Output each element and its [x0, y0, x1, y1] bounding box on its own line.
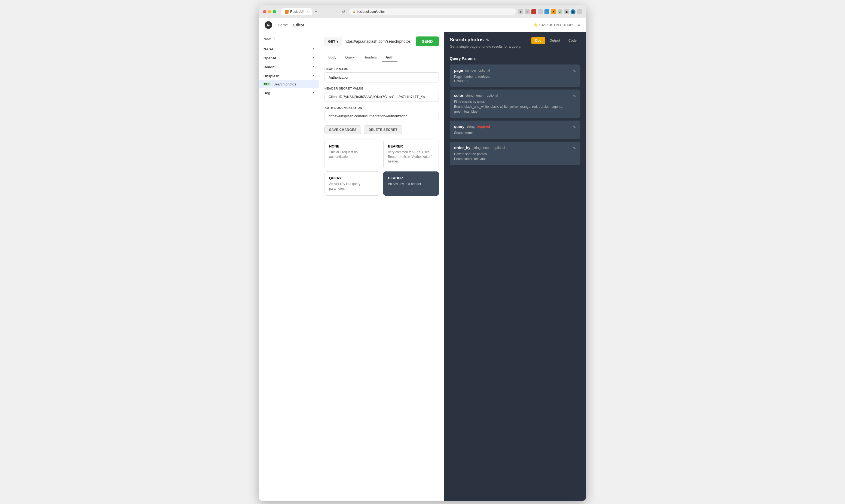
tab-body[interactable]: Body [324, 53, 340, 62]
panel-tabs: Doc Output Code [532, 37, 580, 44]
sidebar-item-search-photos[interactable]: GET Search photos [259, 80, 319, 88]
tab-close-button[interactable]: ✕ [306, 10, 309, 14]
request-tabs: Body Query Headers Auth [319, 51, 444, 62]
share-icon[interactable]: ⬆ [518, 9, 523, 14]
method-label: GET [328, 39, 336, 43]
url-bar-area: GET ▾ SEND [319, 32, 444, 51]
sidebar-section-unsplash-header[interactable]: Unsplash ∧ [259, 72, 319, 80]
auth-type-none[interactable]: NONE This API request no authentication. [324, 140, 380, 168]
form-actions: SAVE CHANGES DELETE SECRET [324, 125, 439, 134]
delete-secret-button[interactable]: DELETE SECRET [364, 125, 402, 134]
extensions-icon[interactable]: 🧩 [558, 9, 562, 14]
header-secret-input[interactable] [324, 92, 439, 102]
browser-controls: ← → ↺ 🔒 recipeui.com/editor ⬆ ☆ ✦ 🧩 ▣ S … [324, 8, 582, 15]
send-button[interactable]: SEND [416, 36, 439, 46]
panel-tab-code[interactable]: Code [564, 37, 580, 44]
sidebar-section-reddit-header[interactable]: Reddit ∧ [259, 63, 319, 71]
param-page-edit-icon[interactable]: ✎ [573, 69, 576, 73]
param-order-by-desc: How to sort the photos. [454, 151, 570, 157]
extension-2-icon[interactable] [538, 9, 543, 14]
panel-tab-output[interactable]: Output [546, 37, 564, 44]
right-panel: Search photos ✎ Get a single page of pho… [444, 32, 586, 501]
param-query-type: string [467, 125, 474, 128]
forward-button[interactable]: → [332, 9, 339, 14]
auth-doc-input[interactable] [324, 111, 439, 121]
sidebar-new-item[interactable]: New ⓘ [259, 35, 319, 43]
auth-type-bearer[interactable]: BEARER Very common for APIs. Uses Bearer… [383, 140, 439, 168]
extension-4-icon[interactable]: ✦ [551, 9, 556, 14]
info-icon: ⓘ [272, 37, 275, 41]
profile-icon[interactable]: S [571, 9, 575, 14]
edit-title-icon[interactable]: ✎ [486, 38, 489, 42]
nav-home[interactable]: Home [278, 23, 288, 27]
save-changes-button[interactable]: SAVE CHANGES [324, 125, 361, 134]
auth-type-query[interactable]: QUERY An API key in a query parameter. [324, 172, 380, 196]
address-bar[interactable]: 🔒 recipeui.com/editor [348, 8, 516, 15]
param-query-desc: Search terms. [454, 130, 570, 135]
param-query-name: query [454, 124, 464, 129]
param-order-by-edit-icon[interactable]: ✎ [573, 146, 576, 150]
sidebar-section-dog-header[interactable]: Dog ∧ [259, 89, 319, 97]
param-color-edit-icon[interactable]: ✎ [573, 94, 576, 98]
app-body: New ⓘ NASA ∧ OpenAI ∧ Reddit ∧ [259, 32, 586, 501]
minimize-window-button[interactable] [268, 10, 271, 13]
auth-type-header[interactable]: HEADER An API key in a header. [383, 172, 439, 196]
logo-icon: ☯ [265, 21, 272, 29]
bookmark-icon[interactable]: ☆ [525, 9, 530, 14]
sidebar-section-openai-header[interactable]: OpenAI ∧ [259, 54, 319, 62]
header-name-input[interactable] [324, 72, 439, 83]
sidebar-toggle-icon[interactable]: ▣ [564, 9, 569, 14]
param-query-info: query string required Search terms. [454, 124, 570, 135]
auth-bearer-desc: Very common for APIs. Uses Bearer prefix… [388, 150, 434, 164]
param-color-desc: Filter results by color. [454, 99, 570, 104]
method-select[interactable]: GET ▾ [324, 37, 342, 46]
tab-title: RecipeUI [290, 10, 304, 14]
param-query-qualifier: required [477, 125, 490, 128]
browser-tab[interactable]: R RecipeUI ✕ [282, 8, 312, 15]
auth-query-title: QUERY [329, 176, 375, 180]
tab-query[interactable]: Query [341, 53, 359, 62]
browser-actions: ⬆ ☆ ✦ 🧩 ▣ S ⋮ [518, 9, 582, 14]
panel-title-text: Search photos [450, 37, 484, 43]
param-page-qualifier: optional [478, 69, 490, 72]
nav-editor[interactable]: Editor [293, 23, 304, 27]
param-page-name: page [454, 68, 463, 73]
header-name-label: HEADER NAME [324, 68, 439, 71]
param-page-name-row: page number optional [454, 68, 570, 73]
tab-auth[interactable]: Auth [382, 53, 397, 62]
star-github-button[interactable]: ⭐ STAR US ON GITHUB! [534, 23, 573, 27]
param-color-name: color [454, 93, 463, 98]
auth-header-desc: An API key in a header. [388, 182, 434, 186]
close-window-button[interactable] [263, 10, 266, 13]
panel-subtitle: Get a single page of photo results for a… [450, 44, 532, 49]
param-page-type: number [465, 69, 477, 72]
reload-button[interactable]: ↺ [341, 9, 346, 14]
new-tab-button[interactable]: + [313, 9, 319, 15]
extension-1-icon[interactable] [532, 9, 536, 14]
auth-header-title: HEADER [388, 176, 434, 180]
more-options-icon[interactable]: ⋮ [577, 9, 582, 14]
star-github-label: STAR US ON GITHUB! [539, 23, 573, 27]
panel-tab-doc[interactable]: Doc [532, 37, 545, 44]
param-order-by-qualifier: optional [493, 146, 505, 150]
param-order-by-info: order_by string | enum optional How to s… [454, 146, 570, 161]
sidebar-unsplash-label: Unsplash [264, 74, 280, 78]
main-content: GET ▾ SEND Body Query Headers Auth HEADE… [319, 32, 444, 501]
query-params-title: Query Params [450, 56, 580, 61]
back-button[interactable]: ← [324, 9, 330, 14]
sidebar-nasa-label: NASA [264, 47, 274, 51]
param-color: color string | enum optional Filter resu… [450, 90, 580, 118]
extension-3-icon[interactable] [544, 9, 550, 14]
panel-title: Search photos ✎ [450, 37, 532, 43]
sidebar: New ⓘ NASA ∧ OpenAI ∧ Reddit ∧ [259, 32, 319, 501]
app-nav: Home Editor [278, 23, 304, 27]
sidebar-item-label: Search photos [273, 82, 296, 86]
param-query-edit-icon[interactable]: ✎ [573, 125, 576, 129]
browser-titlebar: R RecipeUI ✕ + ← → ↺ 🔒 recipeui.com/edit… [259, 5, 586, 18]
hamburger-menu-button[interactable]: ≡ [577, 22, 580, 28]
url-input[interactable] [345, 39, 413, 43]
chevron-up-icon: ∧ [312, 91, 314, 95]
tab-headers[interactable]: Headers [360, 53, 381, 62]
sidebar-section-nasa-header[interactable]: NASA ∧ [259, 45, 319, 53]
maximize-window-button[interactable] [273, 10, 276, 13]
